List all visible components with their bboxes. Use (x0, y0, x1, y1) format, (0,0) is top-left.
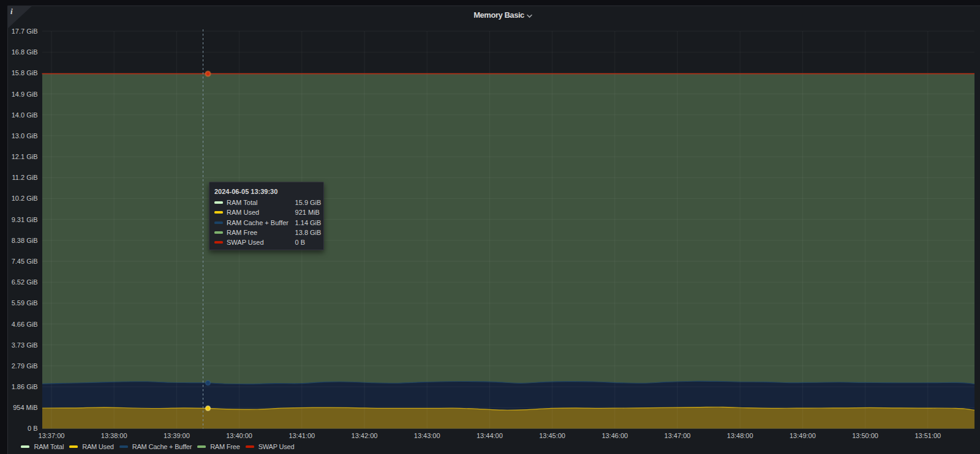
svg-text:15.8 GiB: 15.8 GiB (12, 69, 38, 76)
svg-text:13:39:00: 13:39:00 (164, 432, 190, 439)
svg-text:9.31 GiB: 9.31 GiB (12, 216, 38, 223)
svg-text:13:47:00: 13:47:00 (665, 432, 691, 439)
svg-text:13:44:00: 13:44:00 (477, 432, 503, 439)
svg-text:13:41:00: 13:41:00 (288, 432, 315, 439)
svg-text:3.73 GiB: 3.73 GiB (12, 341, 38, 349)
svg-text:1.86 GiB: 1.86 GiB (12, 383, 38, 390)
svg-text:11.2 GiB: 11.2 GiB (12, 174, 38, 181)
svg-text:13:40:00: 13:40:00 (226, 432, 252, 439)
svg-text:13:45:00: 13:45:00 (539, 432, 565, 439)
svg-text:12.1 GiB: 12.1 GiB (12, 153, 38, 160)
svg-text:16.8 GiB: 16.8 GiB (12, 48, 38, 56)
svg-text:13.0 GiB: 13.0 GiB (12, 132, 38, 140)
svg-text:14.0 GiB: 14.0 GiB (12, 111, 38, 119)
svg-text:14.9 GiB: 14.9 GiB (12, 91, 38, 98)
svg-text:13:43:00: 13:43:00 (414, 432, 440, 439)
svg-text:4.66 GiB: 4.66 GiB (12, 321, 38, 328)
svg-text:10.2 GiB: 10.2 GiB (12, 195, 38, 202)
svg-text:13:49:00: 13:49:00 (790, 432, 816, 439)
svg-text:954 MiB: 954 MiB (13, 404, 37, 411)
svg-text:6.52 GiB: 6.52 GiB (12, 278, 38, 286)
svg-text:13:42:00: 13:42:00 (352, 432, 378, 439)
svg-text:0 B: 0 B (28, 425, 38, 432)
svg-text:13:48:00: 13:48:00 (727, 432, 753, 439)
svg-text:13:51:00: 13:51:00 (914, 432, 941, 439)
svg-text:7.45 GiB: 7.45 GiB (12, 258, 38, 265)
svg-text:13:38:00: 13:38:00 (101, 432, 127, 439)
svg-text:8.38 GiB: 8.38 GiB (12, 237, 38, 244)
svg-text:13:37:00: 13:37:00 (39, 432, 65, 439)
svg-text:17.7 GiB: 17.7 GiB (12, 28, 38, 35)
svg-text:13:50:00: 13:50:00 (852, 432, 878, 439)
svg-text:5.59 GiB: 5.59 GiB (12, 299, 38, 307)
svg-text:2.79 GiB: 2.79 GiB (12, 362, 38, 370)
svg-text:13:46:00: 13:46:00 (601, 432, 628, 439)
